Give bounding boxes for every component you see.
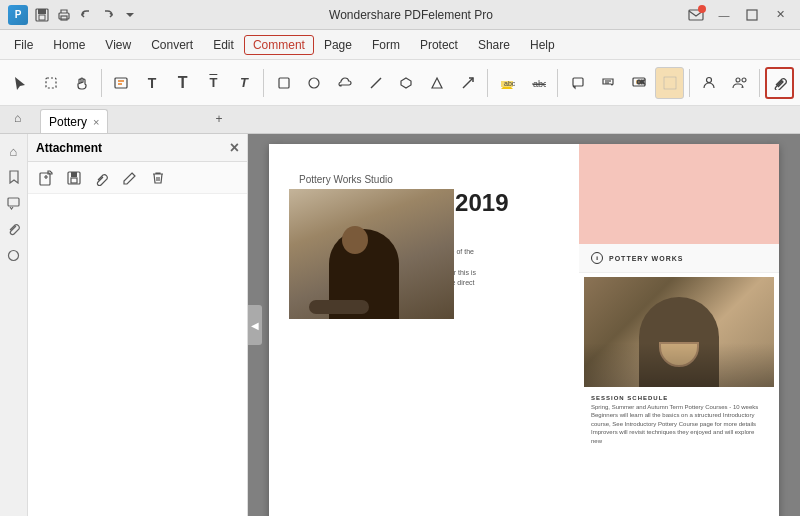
menu-protect[interactable]: Protect — [410, 34, 468, 56]
svg-rect-2 — [39, 15, 45, 20]
polygon-tool-button[interactable] — [392, 67, 421, 99]
separator-4 — [557, 69, 558, 97]
pdf-session-text: Spring, Summer and Autumn Term Pottery C… — [579, 403, 779, 445]
menu-help[interactable]: Help — [520, 34, 565, 56]
stamp-button[interactable]: OK — [625, 67, 654, 99]
rect-tool-button[interactable] — [269, 67, 298, 99]
tab-label: Pottery — [49, 115, 87, 129]
pottery-wheel — [309, 300, 369, 314]
app-icon: P — [8, 5, 28, 25]
delete-attachment-button[interactable] — [146, 166, 170, 190]
separator-3 — [487, 69, 488, 97]
svg-point-30 — [9, 250, 19, 260]
text-t2-button[interactable]: T — [168, 67, 197, 99]
attachment-toolbar — [28, 162, 247, 194]
home-tab-icon[interactable]: ⌂ — [14, 111, 21, 125]
user-button[interactable] — [695, 67, 724, 99]
print-icon[interactable] — [56, 7, 72, 23]
svg-point-27 — [736, 78, 740, 82]
title-bar-left: P — [8, 5, 138, 25]
attachment-panel-header: Attachment × — [28, 134, 247, 162]
menu-form[interactable]: Form — [362, 34, 410, 56]
panel-collapse-handle[interactable]: ◀ — [248, 305, 262, 345]
new-tab-button[interactable]: + — [210, 110, 228, 128]
separator-6 — [759, 69, 760, 97]
sidebar-bookmark-icon[interactable] — [3, 166, 25, 188]
cursor-tool-button[interactable] — [6, 67, 35, 99]
attachment-panel: Attachment × — [28, 134, 248, 516]
select-tool-button[interactable] — [37, 67, 66, 99]
highlight-button[interactable]: abc — [493, 67, 522, 99]
close-button[interactable]: ✕ — [768, 3, 792, 27]
notification-dot — [698, 5, 706, 13]
attachment-content — [28, 194, 247, 516]
edit-attachment-button[interactable] — [118, 166, 142, 190]
triangle-tool-button[interactable] — [423, 67, 452, 99]
sidebar-home-icon[interactable]: ⌂ — [3, 140, 25, 162]
attachment-panel-title: Attachment — [36, 141, 102, 155]
redo-icon[interactable] — [100, 7, 116, 23]
minimize-button[interactable]: — — [712, 3, 736, 27]
separator-1 — [101, 69, 102, 97]
text-t1-button[interactable]: T — [138, 67, 167, 99]
arrow-tool-button[interactable] — [453, 67, 482, 99]
pdf-tab[interactable]: Pottery × — [40, 109, 108, 133]
text-t4-button[interactable]: T — [230, 67, 259, 99]
color-box-button[interactable] — [655, 67, 684, 99]
oval-tool-button[interactable] — [300, 67, 329, 99]
pdf-photo-bottom-area — [289, 189, 454, 319]
maximize-button[interactable] — [740, 3, 764, 27]
svg-point-10 — [309, 78, 319, 88]
svg-rect-33 — [71, 172, 77, 177]
attach-file-button[interactable] — [90, 166, 114, 190]
bowl-shape — [659, 342, 699, 367]
left-sidebar: ⌂ — [0, 134, 28, 516]
svg-rect-29 — [8, 198, 19, 206]
pdf-subtitle: Pottery Works Studio — [299, 174, 749, 185]
svg-rect-31 — [40, 173, 50, 185]
sidebar-attachment-icon[interactable] — [3, 218, 25, 240]
save-icon[interactable] — [34, 7, 50, 23]
email-icon[interactable] — [684, 3, 708, 27]
pdf-page: Pottery Works Studio Class Details 2019 … — [269, 144, 779, 516]
attachment-button[interactable] — [765, 67, 794, 99]
quick-access-arrow-icon[interactable] — [122, 7, 138, 23]
tab-bar: ⌂ Pottery × + — [0, 106, 800, 134]
sidebar-signature-icon[interactable] — [3, 244, 25, 266]
menu-home[interactable]: Home — [43, 34, 95, 56]
cloud-tool-button[interactable] — [331, 67, 360, 99]
hand-tool-button[interactable] — [67, 67, 96, 99]
menu-convert[interactable]: Convert — [141, 34, 203, 56]
svg-rect-6 — [747, 10, 757, 20]
sidebar-comment-icon[interactable] — [3, 192, 25, 214]
svg-rect-9 — [279, 78, 289, 88]
title-bar-controls: — ✕ — [684, 3, 792, 27]
line-tool-button[interactable] — [361, 67, 390, 99]
users-button[interactable] — [726, 67, 755, 99]
menu-share[interactable]: Share — [468, 34, 520, 56]
svg-point-28 — [742, 78, 746, 82]
note-button[interactable] — [563, 67, 592, 99]
undo-icon[interactable] — [78, 7, 94, 23]
toolbar: T T T T abc abc OK — [0, 60, 800, 106]
app-title: Wondershare PDFelement Pro — [138, 8, 684, 22]
svg-rect-19 — [573, 78, 583, 86]
save-attachment-button[interactable] — [62, 166, 86, 190]
callout-button[interactable] — [594, 67, 623, 99]
tab-close-button[interactable]: × — [93, 116, 99, 128]
pdf-viewer[interactable]: ◀ Pottery Works Studio Class Details 201… — [248, 134, 800, 516]
pdf-session-title: SESSION SCHEDULE — [579, 391, 779, 403]
menu-page[interactable]: Page — [314, 34, 362, 56]
menu-bar: File Home View Convert Edit Comment Page… — [0, 30, 800, 60]
menu-comment[interactable]: Comment — [244, 35, 314, 55]
strikethrough-button[interactable]: abc — [524, 67, 553, 99]
menu-file[interactable]: File — [4, 34, 43, 56]
text-box-button[interactable] — [107, 67, 136, 99]
attachment-panel-close[interactable]: × — [230, 139, 239, 157]
pdf-main-content: Pottery Works Studio Class Details 2019 … — [269, 144, 779, 319]
menu-edit[interactable]: Edit — [203, 34, 244, 56]
menu-view[interactable]: View — [95, 34, 141, 56]
text-t3-button[interactable]: T — [199, 67, 228, 99]
svg-line-11 — [371, 78, 381, 88]
add-attachment-button[interactable] — [34, 166, 58, 190]
